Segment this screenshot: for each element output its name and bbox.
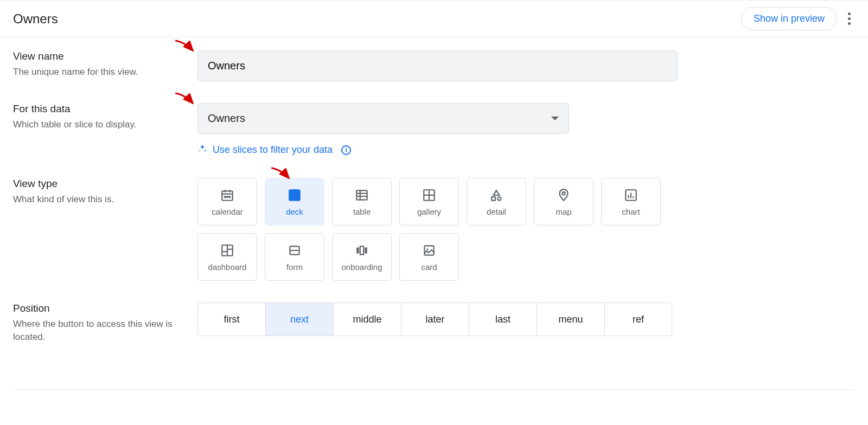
svg-rect-16 bbox=[356, 190, 367, 199]
show-in-preview-button[interactable]: Show in preview bbox=[741, 7, 837, 30]
view-type-label-text: gallery bbox=[417, 207, 441, 216]
svg-rect-14 bbox=[291, 197, 293, 198]
view-type-label-text: dashboard bbox=[208, 262, 247, 272]
view-type-chart[interactable]: chart bbox=[601, 178, 661, 226]
view-type-grid: calendar deck table bbox=[197, 178, 686, 281]
svg-point-8 bbox=[227, 196, 228, 197]
slice-link-text: Use slices to filter your data bbox=[213, 144, 333, 156]
view-type-label-text: calendar bbox=[212, 207, 243, 216]
position-later[interactable]: later bbox=[401, 302, 469, 336]
header: Owners Show in preview bbox=[0, 0, 868, 37]
view-name-label: View name bbox=[13, 50, 187, 62]
view-type-label: View type bbox=[13, 178, 187, 190]
for-data-value: Owners bbox=[208, 112, 245, 125]
page-title: Owners bbox=[13, 11, 58, 27]
view-type-label-text: chart bbox=[622, 207, 640, 216]
view-type-label-text: card bbox=[421, 262, 437, 272]
form-icon bbox=[287, 243, 302, 258]
chart-icon bbox=[623, 188, 639, 203]
svg-marker-23 bbox=[494, 190, 500, 195]
view-type-card[interactable]: card bbox=[399, 233, 459, 281]
more-menu-icon[interactable] bbox=[844, 8, 855, 29]
svg-rect-37 bbox=[356, 247, 359, 253]
svg-rect-38 bbox=[360, 246, 364, 254]
position-middle[interactable]: middle bbox=[333, 302, 401, 336]
sparkle-icon bbox=[197, 144, 207, 156]
gallery-icon bbox=[422, 188, 437, 203]
view-type-gallery[interactable]: gallery bbox=[399, 178, 459, 226]
svg-point-41 bbox=[426, 248, 428, 250]
view-type-onboarding[interactable]: onboarding bbox=[332, 233, 392, 281]
card-icon bbox=[422, 243, 437, 258]
position-group: first next middle later last menu ref bbox=[197, 302, 855, 336]
onboarding-icon bbox=[354, 243, 369, 258]
view-name-description: The unique name for this view. bbox=[13, 66, 187, 79]
position-label: Position bbox=[13, 302, 187, 314]
view-type-label-text: detail bbox=[487, 207, 506, 216]
svg-rect-24 bbox=[492, 197, 495, 201]
view-type-deck[interactable]: deck bbox=[265, 178, 324, 226]
view-type-label-text: map bbox=[556, 207, 571, 216]
position-description: Where the button to access this view is … bbox=[13, 318, 187, 344]
position-last[interactable]: last bbox=[469, 302, 537, 336]
map-icon bbox=[556, 188, 571, 203]
use-slices-link[interactable]: Use slices to filter your data i bbox=[197, 144, 855, 156]
svg-rect-12 bbox=[291, 191, 293, 193]
view-name-input[interactable] bbox=[197, 50, 678, 81]
position-ref[interactable]: ref bbox=[604, 302, 672, 336]
view-type-table[interactable]: table bbox=[332, 178, 392, 226]
calendar-icon bbox=[220, 188, 235, 203]
view-type-map[interactable]: map bbox=[534, 178, 593, 226]
view-type-dashboard[interactable]: dashboard bbox=[197, 233, 257, 281]
view-type-label-text: deck bbox=[286, 207, 303, 216]
deck-icon bbox=[287, 188, 302, 203]
view-type-form[interactable]: form bbox=[265, 233, 324, 281]
position-menu[interactable]: menu bbox=[537, 302, 604, 336]
view-type-label-text: onboarding bbox=[341, 262, 382, 272]
detail-icon bbox=[489, 188, 504, 203]
view-type-description: What kind of view this is. bbox=[13, 193, 187, 206]
svg-rect-39 bbox=[365, 247, 367, 253]
for-data-description: Which table or slice to display. bbox=[13, 118, 187, 131]
position-next[interactable]: next bbox=[265, 302, 333, 336]
for-data-label: For this data bbox=[13, 103, 187, 115]
svg-point-25 bbox=[497, 197, 501, 201]
info-icon[interactable]: i bbox=[341, 145, 351, 155]
view-type-detail[interactable]: detail bbox=[467, 178, 526, 226]
svg-point-9 bbox=[229, 196, 230, 197]
divider bbox=[13, 389, 855, 390]
chevron-down-icon bbox=[551, 117, 559, 120]
view-type-calendar[interactable]: calendar bbox=[197, 178, 257, 226]
view-type-label-text: form bbox=[286, 262, 303, 272]
for-data-select[interactable]: Owners bbox=[197, 103, 569, 134]
svg-point-26 bbox=[562, 192, 565, 195]
table-icon bbox=[354, 188, 369, 203]
svg-point-7 bbox=[225, 196, 226, 197]
view-type-label-text: table bbox=[353, 207, 371, 216]
position-first[interactable]: first bbox=[197, 302, 265, 336]
dashboard-icon bbox=[220, 243, 235, 258]
svg-rect-3 bbox=[222, 191, 233, 200]
